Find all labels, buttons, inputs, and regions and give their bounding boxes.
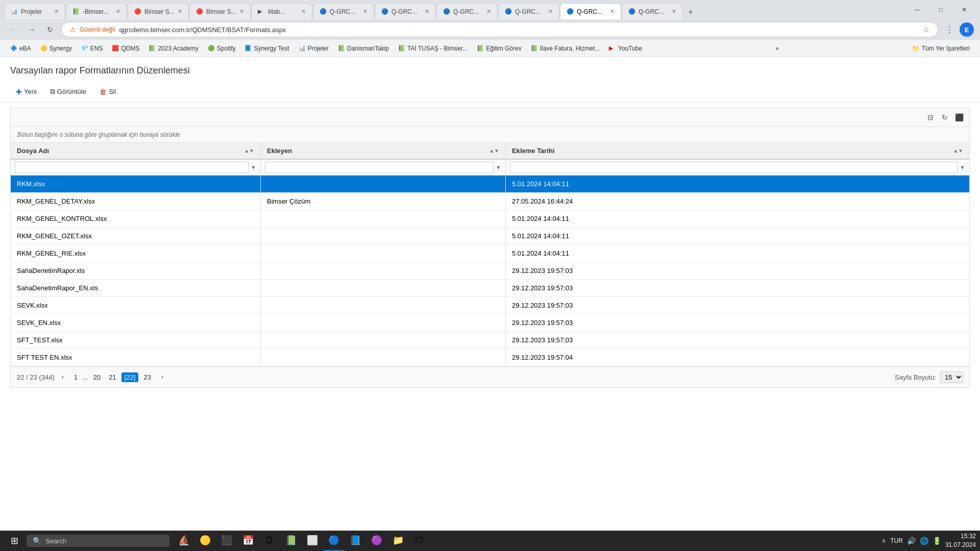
clock[interactable]: 15:32 31.07.2024 xyxy=(945,532,976,549)
tab-qgrc4[interactable]: 🔵 Q-GRC... ✕ xyxy=(498,3,559,19)
address-input[interactable]: ⚠ Güvenli değil qgrcdemo.bimser.com.tr/Q… xyxy=(61,22,938,37)
page-num-1[interactable]: 1 xyxy=(71,372,81,382)
col-header-dosya-adi[interactable]: Dosya Adı ▲▼ xyxy=(11,143,261,159)
filter-icon-ekleme-tarihi[interactable]: ▼ xyxy=(960,164,965,170)
tab-bimser3[interactable]: 🔴 Bimser S... ✕ xyxy=(189,3,251,19)
tab-close-qgrc1[interactable]: ✕ xyxy=(363,8,368,15)
filter-icon-ekleyen[interactable]: ▼ xyxy=(496,164,501,170)
bookmark-synergy[interactable]: 🟡 Synergy xyxy=(36,43,76,54)
tab-qgrc3[interactable]: 🔵 Q-GRC... ✕ xyxy=(436,3,498,19)
taskbar-chrome[interactable]: 🔵 xyxy=(324,531,344,551)
view-button[interactable]: ⧉ Görüntüle xyxy=(44,84,92,99)
browser-menu-button[interactable]: ⋮ xyxy=(942,22,957,37)
sound-icon[interactable]: 🔊 xyxy=(907,537,916,545)
page-num-23[interactable]: 23 xyxy=(140,372,154,382)
col-header-ekleyen[interactable]: Ekleyen ▲▼ xyxy=(261,143,506,159)
bookmark-synergy-test[interactable]: 📘 Synergy Test xyxy=(240,43,293,54)
table-row[interactable]: SEVK_EN.xlsx 29.12.2023 19:57:03 xyxy=(11,314,969,332)
network-icon[interactable]: 🌐 xyxy=(920,537,928,545)
taskbar-app2[interactable]: 🟡 xyxy=(195,531,215,551)
bookmark-eba[interactable]: 🔷 eBA xyxy=(6,43,35,54)
tab-close-qgrc4[interactable]: ✕ xyxy=(548,8,553,15)
bookmark-egitim[interactable]: 📗 Eğitim Görev xyxy=(473,43,525,54)
filter-icon-dosya-adi[interactable]: ▼ xyxy=(251,164,256,170)
export-icon[interactable]: ⬛ xyxy=(953,111,965,123)
table-row[interactable]: RKM_GENEL_OZET.xlsx 5.01.2024 14:04:11 xyxy=(11,228,969,245)
tab-close-qgrc2[interactable]: ✕ xyxy=(425,8,429,15)
taskbar-search[interactable]: 🔍 Search xyxy=(27,535,169,547)
bookmark-folder-button[interactable]: 📁 Tüm Yer İşaretleri xyxy=(908,43,974,54)
bookmark-danismantakip[interactable]: 📗 DanismanTakip xyxy=(334,43,393,54)
table-row[interactable]: SFT_TEST.xlsx 29.12.2023 19:57:03 xyxy=(11,332,969,349)
table-row[interactable]: RKM.xlsx 5.01.2024 14:04:11 xyxy=(11,176,969,193)
table-row[interactable]: SahaDenetimRapor.xls 29.12.2023 19:57:03 xyxy=(11,262,969,280)
columns-icon[interactable]: ⊟ xyxy=(924,111,937,123)
taskbar-app7[interactable]: ⬜ xyxy=(302,531,323,551)
tab-qgrc1[interactable]: 🔵 Q-GRC... ✕ xyxy=(313,3,374,19)
sort-icon-ekleme-tarihi[interactable]: ▲▼ xyxy=(953,148,963,154)
tab-close-projeler[interactable]: ✕ xyxy=(54,8,59,15)
tab-qgrc2[interactable]: 🔵 Q-GRC... ✕ xyxy=(375,3,436,19)
bookmark-star-icon[interactable]: ☆ xyxy=(923,26,929,34)
tab-qgrc6[interactable]: 🔵 Q-GRC... ✕ xyxy=(622,3,683,19)
tab-mab[interactable]: ▶ Mab... ✕ xyxy=(251,3,312,19)
table-row[interactable]: SFT TEST EN.xlsx 29.12.2023 19:57:04 xyxy=(11,349,969,366)
new-tab-button[interactable]: + xyxy=(683,5,698,19)
taskbar-shield[interactable]: 🛡 xyxy=(409,531,430,551)
col-header-ekleme-tarihi[interactable]: Ekleme Tarihi ▲▼ xyxy=(506,143,969,159)
page-num-20[interactable]: 20 xyxy=(90,372,104,382)
page-num-21[interactable]: 21 xyxy=(106,372,119,382)
new-button[interactable]: ✚ Yeni xyxy=(10,85,42,99)
filter-input-ekleme-tarihi[interactable] xyxy=(510,162,958,173)
taskbar-teams[interactable]: 🟣 xyxy=(366,531,387,551)
filter-input-dosya-adi[interactable] xyxy=(15,162,249,173)
tab-projeler[interactable]: 📊 Projeler ✕ xyxy=(4,3,65,19)
close-button[interactable]: ✕ xyxy=(952,0,976,19)
bookmark-ens[interactable]: 💎 ENS xyxy=(77,43,107,54)
sort-icon-ekleyen[interactable]: ▲▼ xyxy=(489,148,499,154)
battery-icon[interactable]: 🔋 xyxy=(933,537,941,545)
next-page-button[interactable]: › xyxy=(156,371,168,383)
profile-button[interactable]: E xyxy=(960,22,974,37)
tray-chevron[interactable]: ∧ xyxy=(881,537,886,544)
taskbar-ship-app[interactable]: ⛵ xyxy=(174,531,194,551)
minimize-button[interactable]: ─ xyxy=(905,0,929,19)
delete-button[interactable]: 🗑 Sil xyxy=(94,85,121,99)
table-row[interactable]: RKM_GENEL_RIE.xlsx 5.01.2024 14:04:11 xyxy=(11,245,969,262)
bookmark-2023academy[interactable]: 📗 2023 Academy xyxy=(144,43,202,54)
table-row[interactable]: SahaDenetimRapor_EN.xls 29.12.2023 19:57… xyxy=(11,280,969,297)
taskbar-app3[interactable]: ⬛ xyxy=(216,531,237,551)
maximize-button[interactable]: □ xyxy=(929,0,952,19)
taskbar-explorer[interactable]: 📁 xyxy=(388,531,408,551)
bookmark-ilavefatura[interactable]: 📗 İlave Fatura. Hizmet... xyxy=(527,43,604,54)
refresh-grid-icon[interactable]: ↻ xyxy=(939,111,951,123)
back-button[interactable]: ← xyxy=(6,22,20,37)
tab-bimser1[interactable]: 📗 -Bimser... ✕ xyxy=(66,3,127,19)
tab-close-bimser1[interactable]: ✕ xyxy=(116,8,120,15)
taskbar-app4[interactable]: 📅 xyxy=(238,531,258,551)
tab-qgrc5[interactable]: 🔵 Q-GRC... ✕ xyxy=(560,3,621,19)
tab-close-qgrc5[interactable]: ✕ xyxy=(610,8,615,15)
sort-icon-dosya-adi[interactable]: ▲▼ xyxy=(244,148,254,154)
bookmarks-more-button[interactable]: » xyxy=(771,43,783,54)
table-row[interactable]: SEVK.xlsx 29.12.2023 19:57:03 xyxy=(11,297,969,314)
forward-button[interactable]: → xyxy=(24,22,39,37)
refresh-button[interactable]: ↻ xyxy=(43,22,57,37)
table-row[interactable]: RKM_GENEL_DETAY.xlsx Bimser Çözüm 27.05.… xyxy=(11,193,969,210)
tab-close-qgrc3[interactable]: ✕ xyxy=(486,8,491,15)
bookmark-qdms[interactable]: 🟥 QDMS xyxy=(108,43,143,54)
prev-page-button[interactable]: ‹ xyxy=(57,371,69,383)
bookmark-tai[interactable]: 📗 TAİ TUSAŞ - Bimser... xyxy=(394,43,472,54)
tab-close-qgrc6[interactable]: ✕ xyxy=(672,8,676,15)
tab-close-bimser2[interactable]: ✕ xyxy=(178,8,182,15)
bookmark-projeler[interactable]: 📊 Projeler xyxy=(295,43,333,54)
page-num-22[interactable]: [22] xyxy=(121,372,139,382)
page-size-select[interactable]: 15 25 50 xyxy=(940,371,963,383)
tab-bimser2[interactable]: 🔴 Bimser S... ✕ xyxy=(128,3,189,19)
taskbar-word[interactable]: 📘 xyxy=(345,531,365,551)
bookmark-youtube[interactable]: ▶ YouTube xyxy=(605,43,646,54)
start-button[interactable]: ⊞ xyxy=(4,531,24,551)
taskbar-app5[interactable]: 🗒 xyxy=(259,531,280,551)
bookmark-spotify[interactable]: 🟢 Spotify xyxy=(204,43,240,54)
table-row[interactable]: RKM_GENEL_KONTROL.xlsx 5.01.2024 14:04:1… xyxy=(11,210,969,228)
